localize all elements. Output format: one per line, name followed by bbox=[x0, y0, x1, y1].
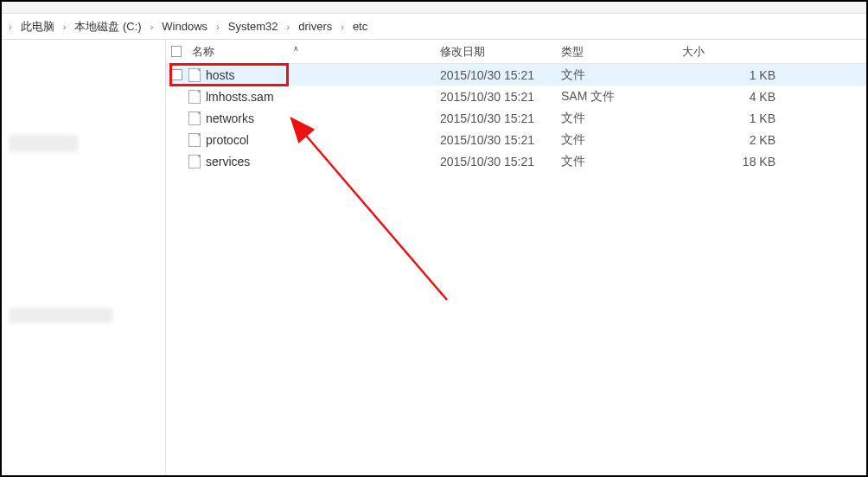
breadcrumb-item[interactable]: System32 bbox=[225, 18, 282, 35]
file-date-cell: 2015/10/30 15:21 bbox=[435, 111, 556, 125]
chevron-right-icon: › bbox=[61, 22, 68, 32]
file-name-label: services bbox=[206, 155, 250, 169]
column-header-type[interactable]: 类型 bbox=[556, 40, 677, 63]
file-date-cell: 2015/10/30 15:21 bbox=[435, 133, 556, 147]
row-checkbox[interactable] bbox=[166, 69, 187, 80]
chevron-right-icon: › bbox=[339, 22, 346, 32]
sort-asc-icon: ∧ bbox=[293, 44, 299, 53]
file-name-cell[interactable]: networks bbox=[187, 111, 435, 125]
file-size-cell: 1 KB bbox=[677, 111, 781, 125]
sidebar-item bbox=[9, 135, 78, 152]
file-name-cell[interactable]: services bbox=[187, 155, 435, 169]
checkbox-icon bbox=[171, 46, 182, 57]
file-name-label: hosts bbox=[206, 68, 234, 82]
chevron-right-icon: › bbox=[7, 22, 14, 32]
file-date-cell: 2015/10/30 15:21 bbox=[435, 68, 556, 82]
file-rows: hosts2015/10/30 15:21文件1 KBlmhosts.sam20… bbox=[166, 64, 866, 475]
file-list-panel: 名称 ∧ 修改日期 类型 大小 hosts2015/10/30 15:21文件1… bbox=[166, 40, 866, 475]
ribbon-bar bbox=[2, 2, 866, 14]
file-row[interactable]: hosts2015/10/30 15:21文件1 KB bbox=[166, 64, 866, 86]
file-type-cell: 文件 bbox=[556, 154, 677, 169]
file-name-label: lmhosts.sam bbox=[206, 90, 274, 104]
file-size-cell: 4 KB bbox=[677, 90, 781, 104]
navigation-sidebar[interactable] bbox=[2, 40, 166, 475]
file-size-cell: 18 KB bbox=[677, 155, 781, 169]
sidebar-item bbox=[9, 308, 112, 323]
file-name-label: networks bbox=[206, 111, 254, 125]
column-headers: 名称 ∧ 修改日期 类型 大小 bbox=[166, 40, 866, 64]
file-date-cell: 2015/10/30 15:21 bbox=[435, 155, 556, 169]
breadcrumb-item[interactable]: etc bbox=[349, 18, 371, 35]
breadcrumb-item[interactable]: 此电脑 bbox=[17, 17, 58, 36]
file-icon bbox=[188, 68, 201, 82]
file-icon bbox=[188, 111, 201, 125]
chevron-right-icon: › bbox=[149, 22, 156, 32]
breadcrumb[interactable]: › 此电脑 › 本地磁盘 (C:) › Windows › System32 ›… bbox=[2, 14, 866, 40]
chevron-right-icon: › bbox=[214, 22, 221, 32]
file-type-cell: SAM 文件 bbox=[556, 89, 677, 105]
file-name-label: protocol bbox=[206, 133, 249, 147]
file-row[interactable]: protocol2015/10/30 15:21文件2 KB bbox=[166, 129, 866, 150]
breadcrumb-item[interactable]: drivers bbox=[295, 18, 335, 35]
file-size-cell: 1 KB bbox=[677, 68, 781, 82]
file-type-cell: 文件 bbox=[556, 67, 677, 83]
column-header-name[interactable]: 名称 ∧ bbox=[187, 40, 435, 63]
column-label: 名称 bbox=[192, 44, 214, 60]
breadcrumb-item[interactable]: 本地磁盘 (C:) bbox=[71, 17, 144, 36]
file-name-cell[interactable]: hosts bbox=[187, 68, 435, 82]
column-label: 修改日期 bbox=[440, 44, 485, 60]
file-date-cell: 2015/10/30 15:21 bbox=[435, 90, 556, 104]
file-icon bbox=[188, 90, 201, 104]
column-header-size[interactable]: 大小 bbox=[677, 40, 781, 63]
file-row[interactable]: networks2015/10/30 15:21文件1 KB bbox=[166, 107, 866, 129]
column-header-date[interactable]: 修改日期 bbox=[435, 40, 556, 63]
chevron-right-icon: › bbox=[285, 22, 292, 32]
checkbox-icon bbox=[171, 69, 182, 80]
file-name-cell[interactable]: lmhosts.sam bbox=[187, 90, 435, 104]
column-label: 类型 bbox=[561, 44, 584, 60]
file-type-cell: 文件 bbox=[556, 111, 677, 126]
breadcrumb-item[interactable]: Windows bbox=[158, 18, 211, 35]
select-all-checkbox[interactable] bbox=[166, 40, 187, 63]
file-size-cell: 2 KB bbox=[677, 133, 781, 147]
file-icon bbox=[188, 133, 201, 147]
file-name-cell[interactable]: protocol bbox=[187, 133, 435, 147]
file-type-cell: 文件 bbox=[556, 132, 677, 148]
column-label: 大小 bbox=[682, 44, 705, 60]
file-icon bbox=[188, 155, 201, 169]
file-row[interactable]: services2015/10/30 15:21文件18 KB bbox=[166, 150, 866, 172]
file-row[interactable]: lmhosts.sam2015/10/30 15:21SAM 文件4 KB bbox=[166, 86, 866, 107]
